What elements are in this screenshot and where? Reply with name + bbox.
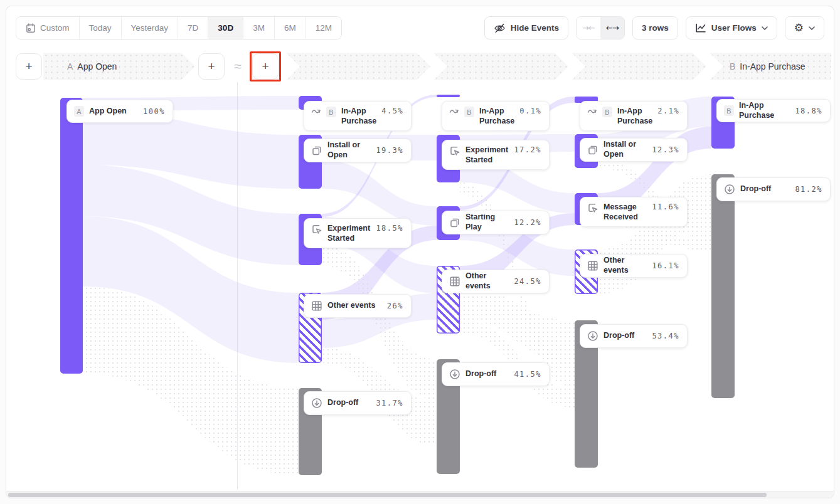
flow-node-in-app-purchase[interactable]: BIn-App Purchase2.1% xyxy=(580,101,688,131)
flow-node-other-events[interactable]: Other events26% xyxy=(304,294,412,318)
flow-node-install-or-open[interactable]: Install or Open19.3% xyxy=(304,139,412,162)
node-label: Experiment Started xyxy=(327,224,371,243)
node-percentage: 41.5% xyxy=(514,370,541,379)
node-percentage: 16.1% xyxy=(652,261,679,270)
flow-node-experiment-started[interactable]: Experiment Started18.5% xyxy=(304,218,412,248)
flow-bar-drop-off[interactable] xyxy=(711,174,735,398)
flow-arrow-icon xyxy=(449,107,459,115)
step-badge: B xyxy=(602,107,612,117)
node-label: Install or Open xyxy=(327,140,371,160)
flow-ribbons xyxy=(6,6,834,498)
node-label: In-App Purchase xyxy=(479,107,514,126)
flow-bar-in-app-purchase[interactable] xyxy=(437,95,460,97)
copy-icon xyxy=(311,145,322,156)
node-label: In-App Purchase xyxy=(739,101,790,120)
click-icon xyxy=(311,224,322,235)
flow-arrow-icon xyxy=(311,107,321,115)
node-percentage: 12.2% xyxy=(514,218,541,227)
node-label: Drop-off xyxy=(603,331,647,341)
node-percentage: 26% xyxy=(387,302,403,310)
grid-icon xyxy=(587,260,598,271)
node-label: Drop-off xyxy=(327,398,371,408)
node-label: In-App Purchase xyxy=(617,107,652,126)
flow-node-drop-off[interactable]: Drop-off53.4% xyxy=(580,324,688,348)
node-label: Message Received xyxy=(603,202,647,222)
flow-arrow-icon xyxy=(587,107,597,115)
flow-node-install-or-open[interactable]: Install or Open12.3% xyxy=(580,138,688,162)
dropoff-icon xyxy=(449,369,460,380)
step-badge: A xyxy=(74,106,84,117)
node-label: App Open xyxy=(89,107,138,117)
horizontal-scrollbar xyxy=(6,491,834,498)
dropoff-icon xyxy=(724,184,735,195)
flow-node-in-app-purchase[interactable]: BIn-App Purchase4.5% xyxy=(304,101,412,131)
dropoff-icon xyxy=(587,330,598,342)
node-label: Other events xyxy=(465,271,509,291)
node-label: In-App Purchase xyxy=(341,107,376,126)
flow-node-other-events[interactable]: Other events16.1% xyxy=(580,254,688,278)
scrollbar-thumb[interactable] xyxy=(8,493,767,497)
node-percentage: 81.2% xyxy=(795,185,822,194)
node-label: Install or Open xyxy=(603,140,647,159)
click-icon xyxy=(587,202,598,214)
step-badge: B xyxy=(326,107,336,117)
node-label: Starting Play xyxy=(465,213,509,232)
node-percentage: 12.3% xyxy=(652,145,679,154)
node-percentage: 18.8% xyxy=(795,107,822,115)
node-percentage: 19.3% xyxy=(376,146,403,155)
node-percentage: 4.5% xyxy=(381,107,403,115)
step-badge: B xyxy=(724,105,734,116)
node-percentage: 11.6% xyxy=(652,202,679,211)
node-label: Other events xyxy=(603,256,647,275)
node-percentage: 31.7% xyxy=(376,399,403,407)
node-label: Other events xyxy=(327,301,382,311)
copy-icon xyxy=(449,217,460,228)
node-percentage: 18.5% xyxy=(376,224,403,233)
node-percentage: 53.4% xyxy=(652,332,679,340)
node-percentage: 2.1% xyxy=(657,107,679,115)
flow-node-experiment-started[interactable]: Experiment Started17.2% xyxy=(442,140,550,170)
node-percentage: 0.1% xyxy=(519,107,541,115)
flow-bar-app-open[interactable] xyxy=(60,98,83,374)
flow-node-other-events[interactable]: Other events24.5% xyxy=(442,270,550,293)
grid-icon xyxy=(449,276,460,287)
flow-node-message-received[interactable]: Message Received11.6% xyxy=(580,197,688,227)
user-flows-app: CustomTodayYesterday7D30D3M6M12M Hide Ev… xyxy=(6,6,834,498)
flow-node-in-app-purchase[interactable]: BIn-App Purchase0.1% xyxy=(442,101,550,131)
flow-node-starting-play[interactable]: Starting Play12.2% xyxy=(442,211,550,234)
node-percentage: 24.5% xyxy=(514,277,541,286)
grid-icon xyxy=(311,300,322,312)
node-percentage: 100% xyxy=(143,107,165,116)
node-label: Drop-off xyxy=(465,369,509,379)
node-percentage: 17.2% xyxy=(514,145,541,154)
flow-node-app-open[interactable]: AApp Open100% xyxy=(66,100,173,123)
copy-icon xyxy=(587,144,598,155)
node-label: Experiment Started xyxy=(465,145,509,165)
flow-node-in-app-purchase[interactable]: BIn-App Purchase18.8% xyxy=(716,99,831,122)
node-label: Drop-off xyxy=(740,184,790,194)
flow-node-drop-off[interactable]: Drop-off81.2% xyxy=(716,177,831,201)
click-icon xyxy=(449,145,460,157)
dropoff-icon xyxy=(311,397,322,409)
flow-node-drop-off[interactable]: Drop-off41.5% xyxy=(442,362,550,386)
step-badge: B xyxy=(464,107,474,117)
flow-node-drop-off[interactable]: Drop-off31.7% xyxy=(304,391,412,415)
